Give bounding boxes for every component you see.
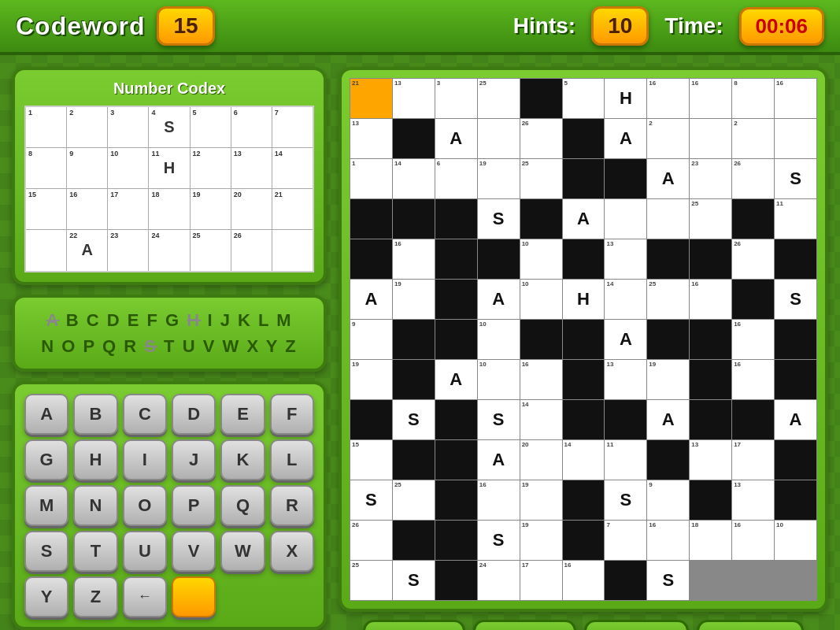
key-n[interactable]: N xyxy=(73,485,117,526)
key-x[interactable]: X xyxy=(270,531,314,572)
grid-cell[interactable]: H xyxy=(605,79,646,118)
grid-cell[interactable]: A xyxy=(647,159,689,198)
key-v[interactable]: V xyxy=(172,531,216,572)
key-k[interactable]: K xyxy=(220,439,265,480)
grid-cell[interactable]: 19 xyxy=(478,159,520,198)
key-i[interactable]: I xyxy=(123,439,167,480)
grid-cell[interactable]: 9 xyxy=(350,320,392,359)
grid-cell[interactable]: 17 xyxy=(520,561,562,600)
grid-cell[interactable]: 8 xyxy=(732,79,774,118)
grid-cell[interactable]: 13 xyxy=(605,360,646,399)
grid-cell[interactable]: 5 xyxy=(563,79,605,118)
grid-cell[interactable]: 16 xyxy=(520,360,562,399)
key-backspace[interactable]: ← xyxy=(123,576,167,617)
grid-cell[interactable]: 26 xyxy=(520,119,562,158)
grid-cell[interactable]: 23 xyxy=(690,159,731,198)
grid-cell[interactable]: 20 xyxy=(520,440,562,480)
key-z[interactable]: Z xyxy=(73,576,117,617)
grid-cell[interactable]: A xyxy=(350,280,392,319)
grid-cell[interactable]: A xyxy=(435,360,477,399)
key-o[interactable]: O xyxy=(123,485,167,526)
grid-cell[interactable]: S xyxy=(350,480,392,520)
grid-cell[interactable] xyxy=(690,119,731,158)
grid-cell[interactable]: 19 xyxy=(350,360,392,399)
grid-cell[interactable]: A xyxy=(435,119,477,158)
grid-cell[interactable]: 2 xyxy=(732,119,774,158)
grid-cell[interactable]: 26 xyxy=(732,239,774,279)
grid-cell[interactable]: A xyxy=(605,119,646,158)
grid-cell[interactable]: 11 xyxy=(775,199,816,239)
key-p[interactable]: P xyxy=(172,485,216,526)
grid-cell[interactable]: 18 xyxy=(690,521,731,560)
key-w[interactable]: W xyxy=(220,531,265,572)
grid-cell[interactable]: 10 xyxy=(775,521,816,560)
grid-cell[interactable]: 14 xyxy=(605,280,646,319)
grid-cell[interactable]: 26 xyxy=(732,159,774,198)
grid-cell[interactable]: 16 xyxy=(647,79,689,118)
grid-cell[interactable]: S xyxy=(605,480,646,520)
key-f[interactable]: F xyxy=(270,394,314,435)
key-d[interactable]: D xyxy=(172,394,216,435)
grid-cell[interactable]: 25 xyxy=(393,480,435,520)
key-h[interactable]: H xyxy=(73,439,117,480)
grid-cell[interactable]: 16 xyxy=(478,480,520,520)
grid-cell[interactable]: S xyxy=(647,561,689,600)
grid-cell[interactable]: 15 xyxy=(350,440,392,480)
grid-cell[interactable] xyxy=(478,119,520,158)
grid-cell[interactable]: 16 xyxy=(732,320,774,359)
key-e[interactable]: E xyxy=(220,394,265,435)
grid-cell[interactable]: 10 xyxy=(478,360,520,399)
grid-cell[interactable]: A xyxy=(775,400,816,439)
grid-cell[interactable]: S xyxy=(775,280,816,319)
grid-cell[interactable]: 19 xyxy=(393,280,435,319)
key-q[interactable]: Q xyxy=(220,485,265,526)
grid-cell[interactable]: 6 xyxy=(435,159,477,198)
grid-cell[interactable]: 2 xyxy=(647,119,689,158)
grid-cell[interactable]: S xyxy=(478,521,520,560)
grid-cell[interactable]: 14 xyxy=(393,159,435,198)
grid-cell[interactable]: 10 xyxy=(520,280,562,319)
grid-cell[interactable] xyxy=(605,199,646,239)
key-a[interactable]: A xyxy=(24,394,68,435)
grid-cell[interactable]: 16 xyxy=(563,561,605,600)
grid-cell[interactable]: S xyxy=(775,159,816,198)
grid-cell[interactable]: 14 xyxy=(563,440,605,480)
pause-button[interactable]: Pause xyxy=(697,620,805,630)
grid-cell[interactable]: 25 xyxy=(350,561,392,600)
grid-cell[interactable] xyxy=(775,119,816,158)
grid-cell[interactable]: S xyxy=(478,400,520,439)
grid-cell[interactable]: 13 xyxy=(350,119,392,158)
grid-cell[interactable]: 19 xyxy=(647,360,689,399)
grid-cell[interactable]: 9 xyxy=(647,480,689,520)
grid-cell[interactable]: 1 xyxy=(350,159,392,198)
key-g[interactable]: G xyxy=(24,439,68,480)
grid-cell[interactable]: A xyxy=(563,199,605,239)
hints-button[interactable]: Hints xyxy=(363,620,465,630)
grid-cell[interactable]: A xyxy=(605,320,646,359)
grid-cell[interactable]: 21 xyxy=(350,79,392,118)
grid-cell[interactable]: 19 xyxy=(520,480,562,520)
grid-cell[interactable]: 19 xyxy=(520,521,562,560)
key-l[interactable]: L xyxy=(270,439,314,480)
grid-cell[interactable]: 10 xyxy=(478,320,520,359)
grid-cell[interactable]: 17 xyxy=(732,440,774,480)
grid-cell[interactable]: 25 xyxy=(647,280,689,319)
grid-cell[interactable]: S xyxy=(393,400,435,439)
grid-cell[interactable] xyxy=(647,199,689,239)
key-c[interactable]: C xyxy=(123,394,167,435)
key-s[interactable]: S xyxy=(24,531,68,572)
key-m[interactable]: M xyxy=(24,485,68,526)
key-j[interactable]: J xyxy=(172,439,216,480)
grid-cell[interactable]: 7 xyxy=(605,521,646,560)
grid-cell[interactable]: 26 xyxy=(350,521,392,560)
grid-cell[interactable]: H xyxy=(563,280,605,319)
grid-cell[interactable]: 16 xyxy=(393,239,435,279)
grid-cell[interactable]: 3 xyxy=(435,79,477,118)
grid-cell[interactable]: S xyxy=(478,199,520,239)
grid-cell[interactable]: 25 xyxy=(690,199,731,239)
crossword-grid[interactable]: 21133255H161681613A26A2211461925A2326SSA… xyxy=(350,78,817,601)
grid-cell[interactable]: A xyxy=(478,280,520,319)
grid-cell[interactable]: 16 xyxy=(690,280,731,319)
key-y[interactable]: Y xyxy=(24,576,68,617)
grid-cell[interactable]: 14 xyxy=(520,400,562,439)
